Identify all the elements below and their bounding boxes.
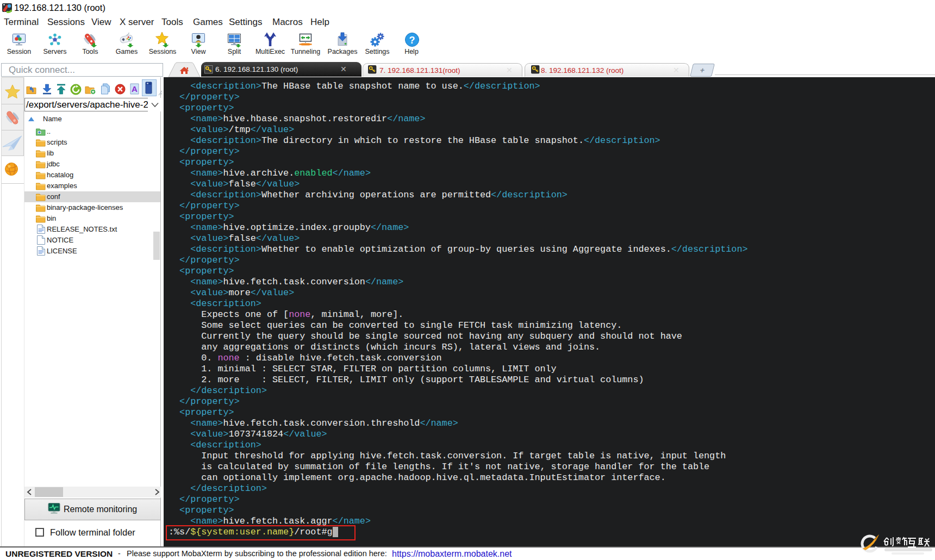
svg-text:?: ? xyxy=(409,35,415,46)
svg-text:A: A xyxy=(132,84,138,94)
